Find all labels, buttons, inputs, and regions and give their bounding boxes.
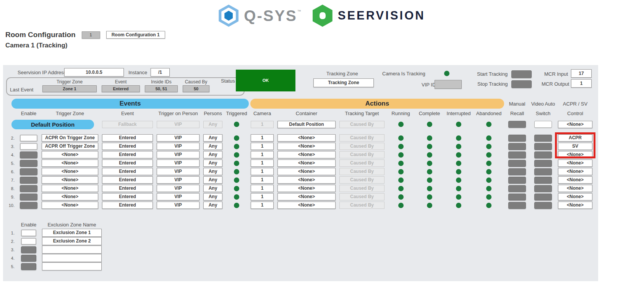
camera-value[interactable]: 1 — [251, 143, 274, 150]
event-select[interactable]: Entered — [102, 151, 153, 158]
camera-value[interactable]: 1 — [251, 168, 274, 175]
container-select[interactable]: <None> — [277, 160, 336, 167]
trigger-on-person-select[interactable]: VIP — [157, 193, 200, 200]
manual-recall-button[interactable] — [508, 160, 526, 167]
event-select[interactable]: Entered — [102, 168, 153, 175]
acpr-sv-control-select[interactable]: <None> — [558, 168, 592, 175]
exclusion-zone-name-input[interactable] — [42, 262, 102, 270]
acpr-sv-control-select[interactable]: SV — [558, 143, 592, 150]
tracking-zone-input[interactable]: Tracking Zone — [313, 78, 374, 87]
enable-toggle[interactable] — [20, 177, 37, 184]
exclusion-enable-toggle[interactable] — [21, 230, 36, 236]
exclusion-zone-name-input[interactable]: Exclusion Zone 1 — [42, 229, 102, 237]
persons-select[interactable]: Any — [203, 193, 222, 200]
persons-select[interactable]: Any — [203, 160, 222, 167]
persons-select[interactable]: Any — [203, 134, 222, 142]
camera-value[interactable]: 1 — [251, 202, 274, 209]
container-select[interactable]: <None> — [277, 134, 336, 142]
trigger-on-person-select[interactable]: VIP — [157, 185, 200, 192]
exclusion-zone-name-input[interactable] — [42, 246, 102, 254]
room-configuration-number[interactable]: 1 — [82, 31, 100, 39]
trigger-on-person-select[interactable]: VIP — [157, 143, 200, 150]
manual-recall-button[interactable] — [508, 185, 526, 192]
acpr-sv-control-select[interactable]: <None> — [558, 202, 592, 209]
exclusion-zone-name-input[interactable] — [42, 254, 102, 262]
container-select[interactable]: <None> — [277, 185, 336, 192]
trigger-on-person-select[interactable]: VIP — [157, 160, 200, 167]
camera-value[interactable]: 1 — [251, 185, 274, 192]
video-auto-switch-button[interactable] — [534, 143, 552, 150]
trigger-on-person-select[interactable]: VIP — [157, 168, 200, 175]
trigger-zone-select[interactable]: <None> — [42, 168, 98, 175]
instance-input[interactable]: /1 — [151, 68, 170, 76]
video-auto-switch-button[interactable] — [534, 168, 552, 175]
enable-toggle[interactable] — [20, 194, 37, 200]
persons-select[interactable]: Any — [203, 176, 222, 184]
video-auto-switch-button[interactable] — [534, 160, 552, 167]
mcr-output-value[interactable]: 1 — [571, 79, 592, 88]
video-auto-switch-button[interactable] — [534, 194, 552, 200]
persons-select[interactable]: Any — [203, 168, 222, 175]
camera-value[interactable]: 1 — [251, 151, 274, 158]
start-tracking-button[interactable] — [511, 70, 532, 78]
container-select[interactable]: <None> — [277, 168, 336, 175]
trigger-on-person-select[interactable]: VIP — [157, 134, 200, 142]
manual-recall-button[interactable] — [508, 194, 526, 200]
container-select[interactable]: <None> — [277, 176, 336, 184]
enable-toggle[interactable] — [20, 135, 37, 142]
trigger-zone-select[interactable]: <None> — [42, 185, 98, 192]
video-auto-switch-button[interactable] — [534, 202, 552, 209]
acpr-sv-control-select[interactable]: <None> — [558, 185, 592, 192]
event-select[interactable]: Entered — [102, 134, 153, 142]
default-acpr-sv-control-select[interactable]: <None> — [558, 121, 592, 128]
trigger-zone-select[interactable]: <None> — [42, 176, 98, 184]
default-container-select[interactable]: Default Position — [277, 121, 336, 128]
video-auto-switch-button[interactable] — [534, 151, 552, 158]
persons-select[interactable]: Any — [203, 151, 222, 158]
exclusion-enable-toggle[interactable] — [21, 246, 36, 253]
trigger-zone-select[interactable]: <None> — [42, 193, 98, 200]
container-select[interactable]: <None> — [277, 151, 336, 158]
video-auto-switch-button[interactable] — [534, 185, 552, 192]
room-configuration-name-input[interactable]: Room Configuration 1 — [106, 31, 165, 39]
stop-tracking-button[interactable] — [511, 80, 532, 88]
trigger-zone-select[interactable]: <None> — [42, 151, 98, 158]
video-auto-switch-button[interactable] — [534, 177, 552, 184]
ip-address-input[interactable]: 10.0.0.5 — [64, 68, 124, 76]
enable-toggle[interactable] — [20, 160, 37, 167]
acpr-sv-control-select[interactable]: <None> — [558, 160, 592, 167]
enable-toggle[interactable] — [20, 202, 37, 209]
manual-recall-button[interactable] — [508, 135, 526, 142]
exclusion-enable-toggle[interactable] — [21, 255, 36, 262]
persons-select[interactable]: Any — [203, 143, 222, 150]
container-select[interactable]: <None> — [277, 193, 336, 200]
acpr-sv-control-select[interactable]: <None> — [558, 193, 592, 200]
trigger-zone-select[interactable]: <None> — [42, 160, 98, 167]
video-auto-switch-button[interactable] — [534, 135, 552, 142]
enable-toggle[interactable] — [20, 168, 37, 175]
camera-value[interactable]: 1 — [251, 134, 274, 142]
enable-toggle[interactable] — [20, 143, 37, 150]
trigger-on-person-select[interactable]: VIP — [157, 202, 200, 209]
event-select[interactable]: Entered — [102, 160, 153, 167]
event-select[interactable]: Entered — [102, 193, 153, 200]
camera-value[interactable]: 1 — [251, 160, 274, 167]
acpr-sv-control-select[interactable]: <None> — [558, 151, 592, 158]
exclusion-zone-name-input[interactable]: Exclusion Zone 2 — [42, 237, 102, 245]
trigger-on-person-select[interactable]: VIP — [157, 151, 200, 158]
mcr-input-value[interactable]: 17 — [571, 69, 592, 78]
default-manual-recall-button[interactable] — [508, 121, 526, 128]
trigger-on-person-select[interactable]: VIP — [157, 176, 200, 184]
manual-recall-button[interactable] — [508, 151, 526, 158]
manual-recall-button[interactable] — [508, 143, 526, 150]
trigger-zone-select[interactable]: ACPR On Trigger Zone — [42, 134, 98, 142]
event-select[interactable]: Entered — [102, 176, 153, 184]
exclusion-enable-toggle[interactable] — [21, 263, 36, 270]
trigger-zone-select[interactable]: <None> — [42, 202, 98, 209]
persons-select[interactable]: Any — [203, 202, 222, 209]
camera-value[interactable]: 1 — [251, 193, 274, 200]
acpr-sv-control-select[interactable]: ACPR — [558, 134, 592, 142]
camera-value[interactable]: 1 — [251, 176, 274, 184]
enable-toggle[interactable] — [20, 151, 37, 158]
enable-toggle[interactable] — [20, 185, 37, 192]
